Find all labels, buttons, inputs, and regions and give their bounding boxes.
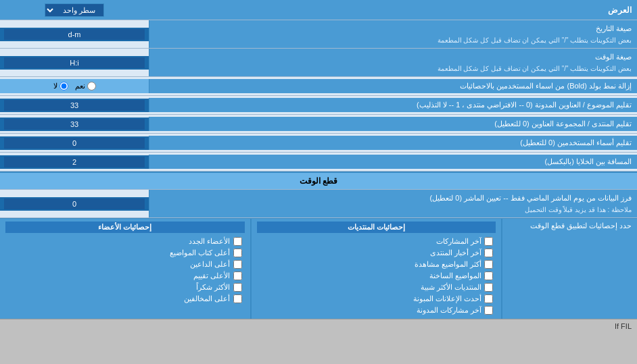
cb-top-authors-input[interactable]	[233, 249, 242, 257]
cb-forum-news[interactable]: آخر أخبار المنتدى	[257, 247, 496, 259]
topic-trim-input-area	[0, 99, 149, 112]
time-section-header: قطع الوقت	[0, 172, 637, 190]
cb-latest-announcements-input[interactable]	[484, 294, 493, 303]
bold-remove-radio-area: نعم لا	[0, 79, 149, 93]
cb-most-viewed[interactable]: أكثر المواضيع مشاهدة	[257, 259, 496, 270]
topic-trim-label: تقليم الموضوع / العناوين المدونة (0 -- ا…	[149, 98, 637, 112]
checkbox-section: حدد إحصائيات لتطبيق قطع الوقت إحصائيات ا…	[0, 218, 637, 319]
time-format-input-area	[0, 56, 149, 70]
date-format-label: صيغة التاريخ بعض التكوينات يتطلب "/" الت…	[149, 20, 637, 48]
cb-top-authors[interactable]: أعلى كتاب المواضيع	[5, 247, 245, 259]
forum-trim-label: تقليم المنتدى / المجموعة العناوين (0 للت…	[149, 117, 637, 131]
username-trim-input-area	[0, 136, 149, 150]
time-limit-row: فرز البيانات من يوم الماشر الماضي فقط --…	[0, 190, 637, 218]
cb-last-posts-input[interactable]	[484, 237, 493, 246]
username-trim-label: تقليم أسماء المستخدمين (0 للتعطيل)	[149, 136, 637, 150]
cb-last-posts[interactable]: آخر المشاركات	[257, 236, 496, 247]
bold-remove-row: إزالة نمط بولد (Bold) من اسماء المستخدمي…	[0, 77, 637, 96]
cb-most-thanked-input[interactable]	[233, 283, 242, 292]
date-format-input-area	[0, 28, 149, 41]
date-format-row: صيغة التاريخ بعض التكوينات يتطلب "/" الت…	[0, 20, 637, 49]
bold-yes-radio[interactable]	[87, 82, 96, 90]
define-label-text: حدد إحصائيات لتطبيق قطع الوقت	[508, 222, 632, 230]
cell-spacing-input-area	[0, 155, 149, 169]
display-mode-select-area: سطر واحد سطرين ثلاثة أسطر	[0, 2, 149, 18]
cb-blog-posts-input[interactable]	[484, 306, 493, 315]
time-format-label: صيغة الوقت بعض التكوينات يتطلب "/" التي …	[149, 49, 637, 76]
cb-hot-topics-input[interactable]	[484, 271, 493, 280]
topic-trim-input[interactable]	[4, 100, 145, 111]
bold-remove-yes[interactable]: نعم	[75, 82, 96, 90]
forum-trim-row: تقليم المنتدى / المجموعة العناوين (0 للت…	[0, 115, 637, 134]
display-mode-row: العرض سطر واحد سطرين ثلاثة أسطر	[0, 0, 637, 20]
username-trim-input[interactable]	[4, 138, 145, 149]
cb-most-thanked[interactable]: الأكثر شكراً	[5, 282, 245, 293]
time-format-row: صيغة الوقت بعض التكوينات يتطلب "/" التي …	[0, 49, 637, 77]
time-limit-input[interactable]	[4, 199, 145, 209]
forum-stats-col: إحصائيات المنتديات آخر المشاركات آخر أخب…	[251, 219, 502, 319]
display-mode-select[interactable]: سطر واحد سطرين ثلاثة أسطر	[45, 3, 104, 17]
date-format-input[interactable]	[4, 29, 145, 40]
forum-trim-input-area	[0, 118, 149, 131]
display-mode-label: العرض	[149, 3, 637, 18]
cb-latest-announcements[interactable]: أحدث الإعلانات المبونة	[257, 293, 496, 305]
members-stats-col: إحصائيات الأعضاء الأعضاء الجدد أعلى كتاب…	[0, 219, 251, 319]
time-limit-input-area	[0, 197, 149, 211]
define-label-col: حدد إحصائيات لتطبيق قطع الوقت	[502, 219, 637, 319]
cb-most-warned-input[interactable]	[233, 294, 242, 303]
username-trim-row: تقليم أسماء المستخدمين (0 للتعطيل)	[0, 134, 637, 153]
cell-spacing-row: المسافة بين الخلايا (بالبكسل)	[0, 153, 637, 172]
cb-new-members-input[interactable]	[233, 237, 242, 246]
members-stats-title: إحصائيات الأعضاء	[5, 222, 245, 233]
bottom-footer: If FIL	[0, 319, 637, 333]
cb-most-viewed-input[interactable]	[484, 260, 493, 269]
cb-most-warned[interactable]: أعلى المخالفين	[5, 293, 245, 305]
cell-spacing-label: المسافة بين الخلايا (بالبكسل)	[149, 155, 637, 169]
bold-no-radio[interactable]	[60, 82, 68, 90]
time-limit-label: فرز البيانات من يوم الماشر الماضي فقط --…	[149, 190, 637, 217]
cb-top-rated-input[interactable]	[233, 271, 242, 280]
bold-remove-no[interactable]: لا	[53, 82, 68, 90]
cb-most-similar-input[interactable]	[484, 283, 493, 292]
forum-stats-title: إحصائيات المنتديات	[257, 222, 496, 233]
cb-hot-topics[interactable]: المواضيع الساخنة	[257, 270, 496, 282]
cb-most-similar[interactable]: المنتديات الأكثر شبية	[257, 282, 496, 293]
time-format-input[interactable]	[4, 57, 145, 68]
cb-forum-news-input[interactable]	[484, 249, 493, 257]
cb-top-inviters-input[interactable]	[233, 260, 242, 269]
cb-top-inviters[interactable]: أعلى الداعين	[5, 259, 245, 270]
bold-remove-label: إزالة نمط بولد (Bold) من اسماء المستخدمي…	[149, 79, 637, 93]
cell-spacing-input[interactable]	[4, 157, 145, 167]
footer-text: If FIL	[615, 322, 632, 330]
cb-blog-posts[interactable]: آخر مشاركات المدونة	[257, 305, 496, 316]
cb-top-rated[interactable]: الأعلى تقييم	[5, 270, 245, 282]
forum-trim-input[interactable]	[4, 119, 145, 130]
cb-new-members[interactable]: الأعضاء الجدد	[5, 236, 245, 247]
main-container: العرض سطر واحد سطرين ثلاثة أسطر صيغة الت…	[0, 0, 637, 333]
topic-trim-row: تقليم الموضوع / العناوين المدونة (0 -- ا…	[0, 96, 637, 115]
